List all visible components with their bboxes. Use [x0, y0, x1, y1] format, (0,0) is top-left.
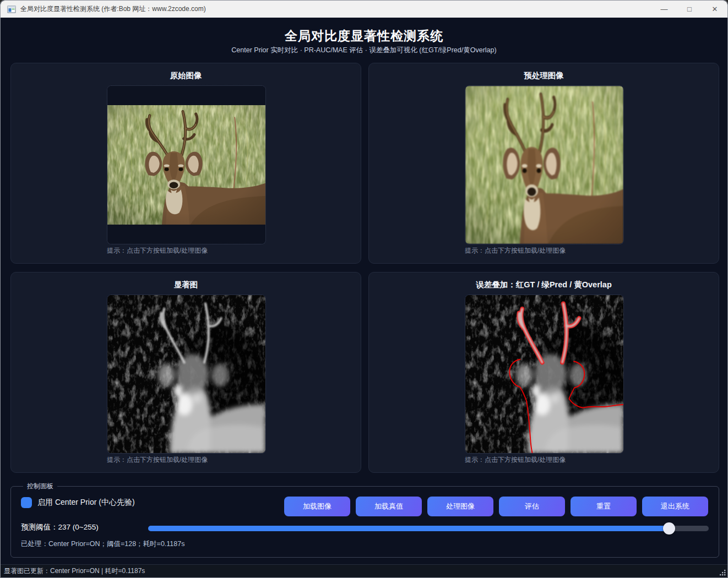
threshold-slider[interactable] — [148, 526, 709, 531]
panel-hint: 提示：点击下方按钮加载/处理图像 — [465, 246, 566, 255]
preprocessed-image — [465, 86, 623, 244]
control-panel-label: 控制面板 — [23, 482, 57, 491]
minimize-icon: — — [661, 6, 668, 13]
center-prior-checkbox[interactable] — [21, 497, 32, 508]
app-window: 全局对比度显著性检测系统 (作者:Bob 网址：www.2zcode.com) … — [0, 0, 728, 578]
load-image-button[interactable]: 加载图像 — [284, 497, 350, 516]
panel-title: 预处理图像 — [369, 70, 719, 81]
window-title: 全局对比度显著性检测系统 (作者:Bob 网址：www.2zcode.com) — [20, 4, 206, 14]
panel-error-overlay: 误差叠加：红GT / 绿Pred / 黄Overlap 提示：点击下方按钮加载/… — [368, 272, 719, 473]
panel-preprocessed-image: 预处理图像 提示：点击下方按钮加载/处理图像 — [368, 63, 719, 264]
maximize-button[interactable]: □ — [677, 1, 702, 18]
button-row: 加载图像 加载真值 处理图像 评估 重置 退出系统 — [284, 497, 708, 516]
error-overlay-image — [465, 295, 623, 453]
page-subtitle: Center Prior 实时对比 · PR-AUC/MAE 评估 · 误差叠加… — [1, 46, 727, 55]
title-bar: 全局对比度显著性检测系统 (作者:Bob 网址：www.2zcode.com) … — [1, 1, 727, 18]
preprocessed-image-canvas — [465, 85, 624, 244]
saliency-map-canvas — [107, 295, 266, 454]
center-prior-checkbox-label: 启用 Center Prior (中心先验) — [37, 498, 135, 508]
window-controls: — □ ✕ — [651, 1, 727, 18]
process-image-button[interactable]: 处理图像 — [427, 497, 493, 516]
status-bar: 显著图已更新：Center Prior=ON | 耗时=0.1187s — [1, 564, 727, 577]
panel-original-image: 原始图像 提示：点击下方按钮加载/处理图像 — [10, 63, 361, 264]
process-status: 已处理：Center Prior=ON；阈值=128；耗时=0.1187s — [21, 539, 184, 549]
page-title: 全局对比度显著性检测系统 — [1, 28, 727, 45]
reset-button[interactable]: 重置 — [571, 497, 637, 516]
control-panel: 控制面板 启用 Center Prior (中心先验) 加载图像 加载真值 处理… — [10, 486, 719, 558]
resize-grip-icon[interactable] — [719, 569, 726, 578]
panel-title: 误差叠加：红GT / 绿Pred / 黄Overlap — [369, 280, 719, 290]
load-groundtruth-button[interactable]: 加载真值 — [356, 497, 422, 516]
slider-fill — [148, 526, 669, 531]
panel-title: 原始图像 — [11, 70, 361, 81]
app-icon — [7, 5, 16, 14]
original-image-canvas — [107, 85, 266, 244]
evaluate-button[interactable]: 评估 — [499, 497, 565, 516]
minimize-button[interactable]: — — [651, 1, 677, 18]
exit-button[interactable]: 退出系统 — [642, 497, 708, 516]
panel-hint: 提示：点击下方按钮加载/处理图像 — [107, 246, 208, 255]
error-overlay-canvas — [465, 295, 624, 454]
panel-hint: 提示：点击下方按钮加载/处理图像 — [107, 455, 208, 465]
close-button[interactable]: ✕ — [702, 1, 727, 18]
panel-hint: 提示：点击下方按钮加载/处理图像 — [465, 455, 566, 465]
panel-saliency-map: 显著图 提示：点击下方按钮加载/处理图像 — [10, 272, 361, 473]
saliency-map-image — [107, 295, 265, 453]
maximize-icon: □ — [687, 6, 692, 13]
original-image — [107, 105, 265, 225]
main-content: 全局对比度显著性检测系统 Center Prior 实时对比 · PR-AUC/… — [1, 18, 727, 564]
close-icon: ✕ — [712, 6, 718, 13]
status-bar-text: 显著图已更新：Center Prior=ON | 耗时=0.1187s — [4, 566, 145, 576]
slider-handle[interactable] — [663, 522, 675, 535]
panel-title: 显著图 — [11, 280, 361, 290]
threshold-slider-label: 预测阈值：237 (0~255) — [21, 522, 99, 532]
